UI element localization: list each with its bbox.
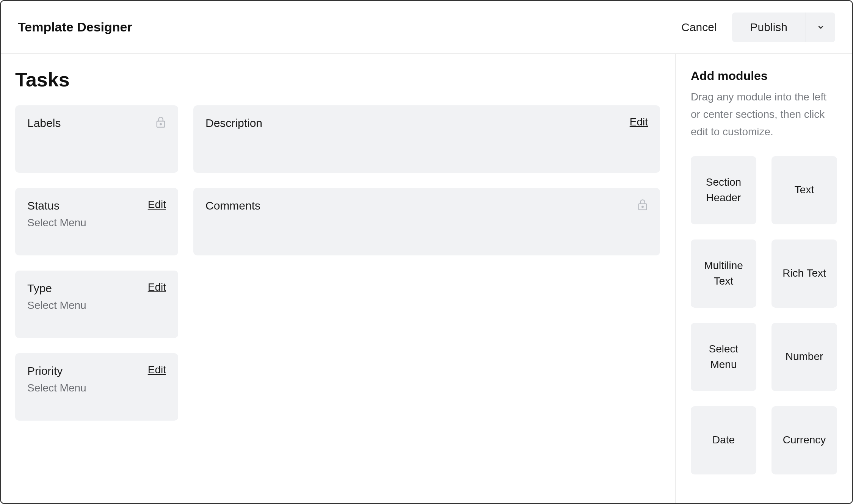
svg-point-1	[160, 124, 161, 125]
module-action: Edit	[630, 116, 648, 128]
sidebar-panel: Add modules Drag any module into the lef…	[676, 54, 852, 503]
module-labels[interactable]: Labels	[15, 105, 178, 173]
module-title: Priority	[27, 365, 166, 377]
module-title: Comments	[205, 199, 648, 212]
content-area: Tasks Labels Status Select Menu	[1, 54, 852, 503]
module-subtitle: Select Menu	[27, 299, 166, 311]
module-action	[155, 116, 166, 128]
edit-button[interactable]: Edit	[630, 116, 648, 128]
cancel-button[interactable]: Cancel	[681, 21, 717, 34]
lock-icon	[155, 116, 166, 128]
module-title: Labels	[27, 117, 166, 130]
layout-columns: Labels Status Select Menu Edit	[15, 105, 660, 421]
module-title: Type	[27, 282, 166, 295]
sidebar-title: Add modules	[691, 69, 837, 83]
module-tile-multiline-text[interactable]: Multiline Text	[691, 239, 756, 308]
publish-button[interactable]: Publish	[732, 13, 806, 42]
app-title: Template Designer	[18, 20, 132, 34]
publish-dropdown-button[interactable]	[806, 13, 835, 42]
module-priority[interactable]: Priority Select Menu Edit	[15, 353, 178, 421]
module-tile-date[interactable]: Date	[691, 406, 756, 474]
lock-icon	[637, 199, 648, 211]
module-action: Edit	[148, 199, 166, 211]
top-actions: Cancel Publish	[681, 13, 835, 42]
module-subtitle: Select Menu	[27, 382, 166, 394]
center-column: Description Edit Comments	[193, 105, 660, 421]
module-status[interactable]: Status Select Menu Edit	[15, 188, 178, 255]
publish-button-group: Publish	[732, 13, 835, 42]
sidebar-description: Drag any module into the left or center …	[691, 88, 837, 141]
module-title: Status	[27, 199, 166, 212]
page-heading: Tasks	[15, 68, 660, 91]
module-description[interactable]: Description Edit	[193, 105, 660, 173]
left-column: Labels Status Select Menu Edit	[15, 105, 178, 421]
module-action: Edit	[148, 364, 166, 376]
module-tile-rich-text[interactable]: Rich Text	[771, 239, 837, 308]
module-tile-text[interactable]: Text	[771, 156, 837, 224]
chevron-down-icon	[817, 23, 825, 31]
module-comments[interactable]: Comments	[193, 188, 660, 255]
module-action: Edit	[148, 281, 166, 293]
module-tile-section-header[interactable]: Section Header	[691, 156, 756, 224]
module-tile-select-menu[interactable]: Select Menu	[691, 323, 756, 391]
edit-button[interactable]: Edit	[148, 199, 166, 211]
module-tile-currency[interactable]: Currency	[771, 406, 837, 474]
module-subtitle: Select Menu	[27, 217, 166, 229]
module-action	[637, 199, 648, 211]
main-area: Tasks Labels Status Select Menu	[1, 54, 676, 503]
module-tile-number[interactable]: Number	[771, 323, 837, 391]
top-bar: Template Designer Cancel Publish	[1, 1, 852, 54]
edit-button[interactable]: Edit	[148, 281, 166, 293]
module-palette: Section Header Text Multiline Text Rich …	[691, 156, 837, 474]
edit-button[interactable]: Edit	[148, 364, 166, 376]
module-title: Description	[205, 117, 648, 130]
module-type[interactable]: Type Select Menu Edit	[15, 271, 178, 338]
svg-point-3	[642, 206, 643, 207]
